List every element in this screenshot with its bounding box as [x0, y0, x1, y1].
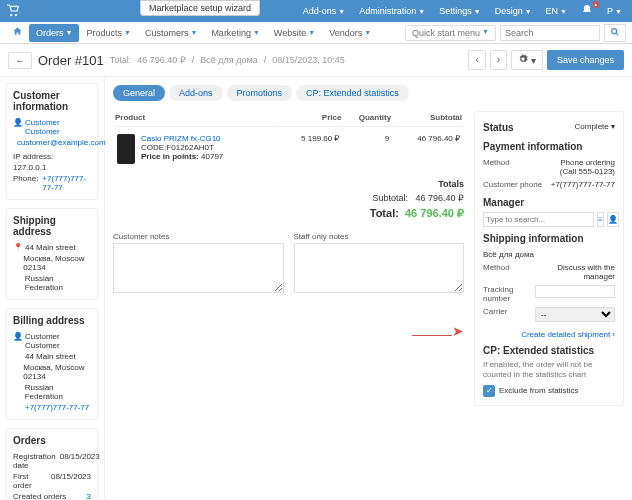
user-icon: 👤 — [13, 118, 21, 136]
manager-list-icon[interactable]: ≡ — [597, 212, 604, 227]
customer-name-link[interactable]: Customer Customer — [25, 118, 91, 136]
customer-email-link[interactable]: customer@example.com — [17, 138, 106, 147]
nav-website[interactable]: Website▼ — [267, 24, 322, 42]
customer-info-card: Customer information 👤Customer Customer … — [6, 83, 98, 200]
table-row: Casio PRIZM fx-CG10 CODE:F01262AH0T Pric… — [115, 129, 462, 169]
home-icon[interactable] — [6, 26, 29, 39]
notification-badge: • — [593, 1, 599, 8]
sidebar: Customer information 👤Customer Customer … — [0, 77, 105, 500]
menu-design[interactable]: Design▼ — [491, 6, 536, 16]
title-bar: ← Order #101 Total: 46 796.40 ₽ / Всё дл… — [0, 44, 632, 77]
menu-settings[interactable]: Settings▼ — [435, 6, 484, 16]
create-shipment-link[interactable]: Create detailed shipment › — [521, 330, 615, 339]
quick-start-menu[interactable]: Quick start menu▼ — [405, 25, 496, 41]
customer-phone-link[interactable]: +7(777)777-77-77 — [42, 174, 91, 192]
gear-button[interactable]: ▾ — [511, 50, 543, 70]
price-cell: 5 199.60 ₽ — [279, 129, 341, 169]
customer-notes-input[interactable] — [113, 243, 284, 293]
exclude-stats-checkbox[interactable]: ✓ — [483, 385, 495, 397]
global-search-button[interactable] — [604, 24, 626, 42]
tracking-number-input[interactable] — [535, 285, 615, 298]
tab-addons[interactable]: Add-ons — [169, 85, 223, 101]
save-changes-button[interactable]: Save changes — [547, 50, 624, 70]
orders-stats-card: Orders Registration date08/15/2023First … — [6, 428, 98, 500]
manager-add-icon[interactable]: 👤 — [607, 212, 619, 227]
page-title: Order #101 — [38, 53, 104, 68]
carrier-select[interactable]: -- — [535, 307, 615, 322]
topbar: Marketplace setup wizard Add-ons▼ Admini… — [0, 0, 632, 22]
totals-block: Totals Subtotal: 46 796.40 ₽ Total: 46 7… — [113, 177, 464, 222]
product-name-link[interactable]: Casio PRIZM fx-CG10 — [141, 134, 221, 143]
location-icon: 📍 — [13, 243, 21, 252]
status-dropdown[interactable]: Complete ▾ — [514, 122, 615, 133]
user-menu[interactable]: P▼ — [603, 6, 626, 16]
subtotal-cell: 46 796.40 ₽ — [393, 129, 462, 169]
tab-extended-stats[interactable]: CP: Extended statistics — [296, 85, 409, 101]
notifications-icon[interactable]: • — [577, 4, 597, 18]
nav-products[interactable]: Products▼ — [79, 24, 137, 42]
orders-stat-row: Registration date08/15/2023 — [13, 451, 91, 471]
next-order-button[interactable]: › — [490, 50, 507, 70]
title-total-value: 46 796.40 ₽ — [137, 55, 186, 65]
nav-marketing[interactable]: Marketing▼ — [204, 24, 266, 42]
menu-addons[interactable]: Add-ons▼ — [299, 6, 349, 16]
grand-total: 46 796.40 ₽ — [405, 207, 464, 219]
navbar: Orders▼ Products▼ Customers▼ Marketing▼ … — [0, 22, 632, 44]
staff-notes-input[interactable] — [294, 243, 465, 293]
title-timestamp: 08/15/2023, 10:45 — [272, 55, 345, 65]
user-icon: 👤 — [13, 332, 21, 350]
billing-phone-link[interactable]: +7(777)777-77-77 — [25, 403, 89, 412]
product-image[interactable] — [117, 134, 135, 164]
tab-general[interactable]: General — [113, 85, 165, 101]
nav-vendors[interactable]: Vendors▼ — [322, 24, 378, 42]
orders-stat-row: First order08/15/2023 — [13, 471, 91, 491]
callout-arrow: ➤ — [113, 325, 464, 341]
title-total-label: Total: — [110, 55, 132, 65]
products-table: Product Price Quantity Subtotal Casio PR… — [113, 111, 464, 171]
tab-promotions[interactable]: Promotions — [227, 85, 293, 101]
svg-point-0 — [612, 28, 617, 33]
global-search-input[interactable] — [500, 25, 600, 41]
qty-cell: 9 — [343, 129, 391, 169]
tabs: General Add-ons Promotions CP: Extended … — [113, 85, 624, 101]
orders-stat-row: Created orders3 — [13, 491, 91, 500]
title-channel: Всё для дома — [200, 55, 257, 65]
nav-orders[interactable]: Orders▼ — [29, 24, 79, 42]
menu-administration[interactable]: Administration▼ — [355, 6, 429, 16]
shipping-address-card: Shipping address 📍44 Main street Москва,… — [6, 208, 98, 300]
cart-icon[interactable] — [6, 4, 20, 18]
back-button[interactable]: ← — [8, 52, 32, 69]
prev-order-button[interactable]: ‹ — [468, 50, 485, 70]
menu-language[interactable]: EN▼ — [542, 6, 571, 16]
marketplace-wizard-button[interactable]: Marketplace setup wizard — [140, 0, 260, 16]
right-panel: StatusComplete ▾ Payment information Met… — [474, 111, 624, 406]
billing-address-card: Billing address 👤Customer Customer 44 Ma… — [6, 308, 98, 420]
manager-search-input[interactable] — [483, 212, 594, 227]
nav-customers[interactable]: Customers▼ — [138, 24, 204, 42]
